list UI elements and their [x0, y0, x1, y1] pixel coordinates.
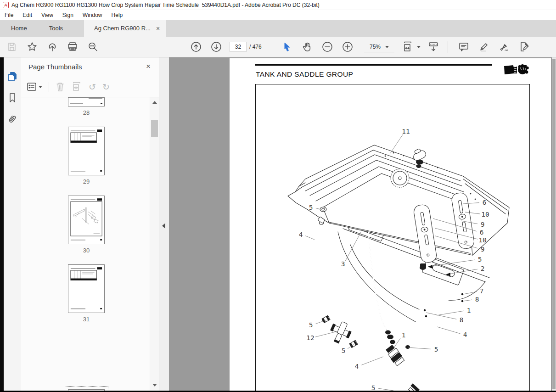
search-icon [87, 41, 98, 52]
rotate-counterclockwise-icon[interactable]: ↺ [89, 82, 96, 92]
document-scrollbar-thumb[interactable] [552, 59, 556, 389]
nav-page-thumbnails-button[interactable] [4, 67, 21, 86]
tab-close-icon[interactable]: × [156, 25, 160, 32]
page-thumbnails-icon [7, 71, 18, 83]
scrolling-mode-button[interactable] [425, 37, 442, 57]
pointer-icon [282, 42, 292, 52]
save-button[interactable] [4, 37, 20, 57]
thumbnail-page-29[interactable] [68, 127, 105, 175]
tank-body [288, 145, 509, 270]
document-scrollbar[interactable] [552, 57, 556, 391]
callout-5: 5 [434, 346, 438, 353]
rotate-clockwise-icon[interactable]: ↻ [102, 82, 110, 92]
chevron-down-icon [39, 86, 42, 88]
comment-button[interactable] [455, 37, 472, 57]
tab-home[interactable]: Home [0, 20, 38, 37]
panel-toolbar-separator [49, 82, 49, 92]
panel-scrollbar-thumb[interactable] [151, 120, 158, 137]
scroll-down-icon[interactable] [152, 384, 157, 386]
callout-5: 5 [309, 321, 313, 329]
sign-button[interactable] [496, 37, 512, 57]
callout-10: 10 [481, 211, 489, 218]
panel-close-icon[interactable]: × [146, 62, 151, 71]
thumbnail-28-label: 28 [68, 109, 105, 116]
highlight-button[interactable] [476, 37, 492, 57]
callout-2: 2 [481, 265, 485, 272]
cloud-upload-icon [47, 41, 58, 52]
chevron-down-icon [385, 46, 389, 48]
fountain-pen-icon [499, 41, 510, 52]
callout-4: 4 [299, 231, 303, 238]
menu-edit[interactable]: Edit [18, 11, 37, 19]
select-tool-button[interactable] [279, 37, 295, 57]
panel-scrollbar[interactable] [150, 97, 159, 391]
menu-help[interactable]: Help [107, 11, 128, 19]
parts-diagram-frame: 1154361096109527818415512545 [255, 84, 530, 392]
paperclip-icon [7, 113, 18, 124]
acrobat-window: A Ag Chem RG900 RG1100 RG1300 Row Crop S… [0, 0, 556, 392]
menu-window[interactable]: Window [78, 11, 107, 19]
edit-page-icon [519, 41, 530, 52]
nav-attachments-button[interactable] [4, 110, 21, 128]
nav-bookmarks-button[interactable] [4, 89, 21, 107]
share-button[interactable] [44, 37, 61, 57]
t-fitting [326, 319, 354, 347]
thumbnail-page-31[interactable] [68, 264, 105, 313]
tab-home-label: Home [11, 25, 27, 32]
thumbnail-page-28[interactable] [68, 97, 105, 106]
print-button[interactable] [64, 37, 81, 57]
delete-pages-icon[interactable] [56, 82, 65, 92]
tank-saddle-diagram: 1154361096109527818415512545 [256, 84, 529, 392]
glove-logo [504, 63, 531, 76]
next-page-button[interactable] [208, 37, 225, 57]
thumbnail-page-30[interactable] [68, 196, 105, 244]
scroll-up-icon[interactable] [152, 101, 157, 104]
menu-bar: File Edit View Sign Window Help [0, 10, 556, 20]
menu-view[interactable]: View [37, 11, 58, 19]
star-icon [27, 41, 38, 52]
tab-tools[interactable]: Tools [38, 20, 74, 37]
thumbnail-31-preview [68, 265, 104, 313]
zoom-level-dropdown[interactable]: 75% [364, 42, 394, 52]
thumbnail-28-preview [68, 98, 104, 106]
callout-5: 5 [342, 347, 346, 354]
arrow-down-circle-icon [210, 41, 222, 53]
page-fit-button[interactable] [400, 37, 421, 57]
page-thumbnails-panel: Page Thumbnails × ↺ ↻ [21, 57, 159, 391]
navigation-rail [4, 57, 21, 391]
tab-document[interactable]: Ag Chem RG900 R... × [84, 20, 166, 37]
save-icon [7, 42, 17, 52]
callout-5: 5 [478, 256, 482, 263]
zoom-in-button[interactable] [339, 37, 356, 57]
thumbnail-29-preview [68, 127, 104, 175]
previous-page-button[interactable] [188, 37, 204, 57]
panel-toolbar: ↺ ↻ [27, 78, 153, 95]
zoom-out-button[interactable] [319, 37, 336, 57]
menu-file[interactable]: File [0, 11, 18, 19]
callout-9: 9 [481, 221, 485, 228]
callout-6: 6 [480, 229, 484, 236]
fit-width-icon [402, 41, 416, 53]
thumbnail-31-label: 31 [68, 316, 105, 323]
collapse-panel-icon[interactable] [162, 223, 165, 229]
printer-icon [67, 41, 78, 52]
callout-11: 11 [402, 128, 410, 135]
comment-bubble-icon [458, 41, 469, 52]
callout-12: 12 [306, 334, 314, 342]
hand-tool-button[interactable] [299, 37, 315, 57]
thumbnail-options-button[interactable] [27, 83, 42, 91]
page-number-input[interactable] [230, 42, 247, 52]
title-bar: A Ag Chem RG900 RG1100 RG1300 Row Crop S… [0, 0, 556, 10]
plus-circle-icon [342, 41, 354, 53]
edit-pdf-button[interactable] [516, 37, 533, 57]
tab-bar: Home Tools Ag Chem RG900 R... × [0, 20, 556, 37]
callout-8: 8 [460, 316, 464, 324]
star-button[interactable] [24, 37, 40, 57]
panel-collapse-strip[interactable] [159, 57, 169, 391]
search-button[interactable] [84, 37, 101, 57]
page-header-rule [255, 64, 492, 66]
main-toolbar: / 476 75% [0, 37, 556, 57]
menu-sign[interactable]: Sign [58, 11, 78, 19]
callout-3: 3 [341, 260, 345, 268]
crop-pages-icon[interactable] [71, 82, 82, 92]
